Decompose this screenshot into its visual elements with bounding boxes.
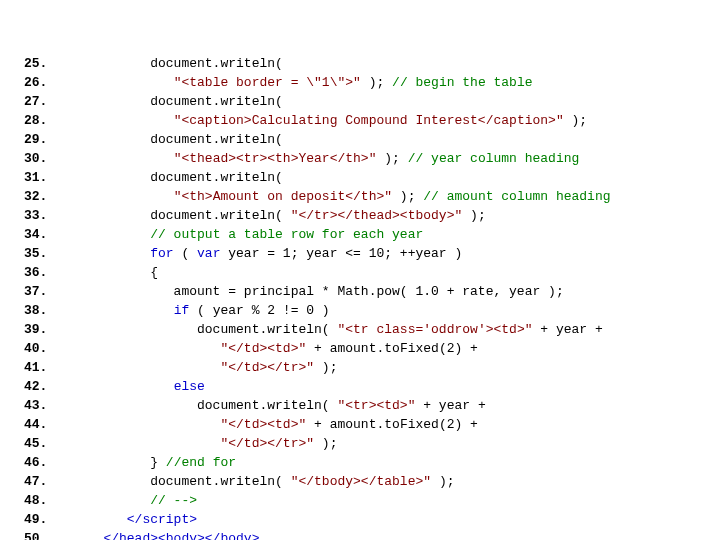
line-number: 47. (24, 472, 80, 491)
code-token: + amount.toFixed(2) + (306, 341, 478, 356)
code-token: ); (431, 474, 454, 489)
code-token (80, 360, 220, 375)
code-token: "<tr><td>" (337, 398, 415, 413)
code-line: 34. // output a table row for each year (24, 225, 696, 244)
code-token: { (80, 265, 158, 280)
code-token: if (174, 303, 190, 318)
code-line: 43. document.writeln( "<tr><td>" + year … (24, 396, 696, 415)
code-token: ); (314, 360, 337, 375)
code-token: // year column heading (408, 151, 580, 166)
code-token: else (174, 379, 205, 394)
line-number: 41. (24, 358, 80, 377)
code-token (80, 246, 150, 261)
code-token: document.writeln( (80, 398, 337, 413)
code-token: "</td></tr>" (220, 436, 314, 451)
code-line: 39. document.writeln( "<tr class='oddrow… (24, 320, 696, 339)
code-line: 37. amount = principal * Math.pow( 1.0 +… (24, 282, 696, 301)
code-line: 46. } //end for (24, 453, 696, 472)
code-line: 45. "</td></tr>" ); (24, 434, 696, 453)
line-number: 37. (24, 282, 80, 301)
code-line: 36. { (24, 263, 696, 282)
code-token (80, 436, 220, 451)
line-number: 49. (24, 510, 80, 529)
code-token: // --> (150, 493, 197, 508)
code-token: document.writeln( (80, 208, 291, 223)
code-token: // output a table row for each year (150, 227, 423, 242)
code-token: ); (361, 75, 392, 90)
code-token (80, 417, 220, 432)
line-number: 45. (24, 434, 80, 453)
code-token: "<caption>Calculating Compound Interest<… (174, 113, 564, 128)
code-line: 32. "<th>Amount on deposit</th>" ); // a… (24, 187, 696, 206)
code-token (80, 303, 174, 318)
code-line: 50. </head><body></body> (24, 529, 696, 540)
code-line: 27. document.writeln( (24, 92, 696, 111)
code-token: "</tbody></table>" (291, 474, 431, 489)
code-token (80, 75, 174, 90)
code-token: ); (376, 151, 407, 166)
line-number: 38. (24, 301, 80, 320)
code-token: document.writeln( (80, 474, 291, 489)
code-token: "</td></tr>" (220, 360, 314, 375)
line-number: 35. (24, 244, 80, 263)
code-listing: 25. document.writeln(26. "<table border … (24, 54, 696, 540)
code-token: var (197, 246, 220, 261)
code-line: 41. "</td></tr>" ); (24, 358, 696, 377)
line-number: 28. (24, 111, 80, 130)
line-number: 48. (24, 491, 80, 510)
code-token: "</tr></thead><tbody>" (291, 208, 463, 223)
code-token: + year + (415, 398, 485, 413)
line-number: 44. (24, 415, 80, 434)
line-number: 36. (24, 263, 80, 282)
code-token: document.writeln( (80, 56, 283, 71)
line-number: 31. (24, 168, 80, 187)
code-line: 38. if ( year % 2 != 0 ) (24, 301, 696, 320)
code-token: "</td><td>" (220, 417, 306, 432)
code-token: year = 1; year <= 10; ++year ) (220, 246, 462, 261)
code-line: 31. document.writeln( (24, 168, 696, 187)
line-number: 30. (24, 149, 80, 168)
code-token: "</td><td>" (220, 341, 306, 356)
code-token: ); (314, 436, 337, 451)
code-token: //end for (166, 455, 236, 470)
code-token (80, 151, 174, 166)
code-token (80, 227, 150, 242)
code-token: ); (392, 189, 423, 204)
line-number: 43. (24, 396, 80, 415)
line-number: 25. (24, 54, 80, 73)
code-token: </head><body></body> (103, 531, 259, 540)
code-line: 40. "</td><td>" + amount.toFixed(2) + (24, 339, 696, 358)
code-token: document.writeln( (80, 94, 283, 109)
code-line: 30. "<thead><tr><th>Year</th>" ); // yea… (24, 149, 696, 168)
code-line: 25. document.writeln( (24, 54, 696, 73)
code-line: 28. "<caption>Calculating Compound Inter… (24, 111, 696, 130)
code-token: ); (462, 208, 485, 223)
line-number: 29. (24, 130, 80, 149)
code-line: 35. for ( var year = 1; year <= 10; ++ye… (24, 244, 696, 263)
code-line: 49. </script> (24, 510, 696, 529)
code-token: document.writeln( (80, 132, 283, 147)
code-token (80, 113, 174, 128)
code-line: 42. else (24, 377, 696, 396)
code-token (80, 512, 127, 527)
code-token: "<table border = \"1\">" (174, 75, 361, 90)
code-token: document.writeln( (80, 170, 283, 185)
line-number: 26. (24, 73, 80, 92)
code-token: ( (174, 246, 197, 261)
code-token (80, 379, 174, 394)
line-number: 50. (24, 529, 80, 540)
code-token: "<thead><tr><th>Year</th>" (174, 151, 377, 166)
code-token (80, 531, 103, 540)
line-number: 42. (24, 377, 80, 396)
code-token (80, 341, 220, 356)
code-line: 26. "<table border = \"1\">" ); // begin… (24, 73, 696, 92)
code-token: ( year % 2 != 0 ) (189, 303, 329, 318)
line-number: 27. (24, 92, 80, 111)
code-token: // begin the table (392, 75, 532, 90)
line-number: 46. (24, 453, 80, 472)
code-line: 44. "</td><td>" + amount.toFixed(2) + (24, 415, 696, 434)
code-token: "<th>Amount on deposit</th>" (174, 189, 392, 204)
code-token: "<tr class='oddrow'><td>" (337, 322, 532, 337)
line-number: 40. (24, 339, 80, 358)
code-line: 33. document.writeln( "</tr></thead><tbo… (24, 206, 696, 225)
